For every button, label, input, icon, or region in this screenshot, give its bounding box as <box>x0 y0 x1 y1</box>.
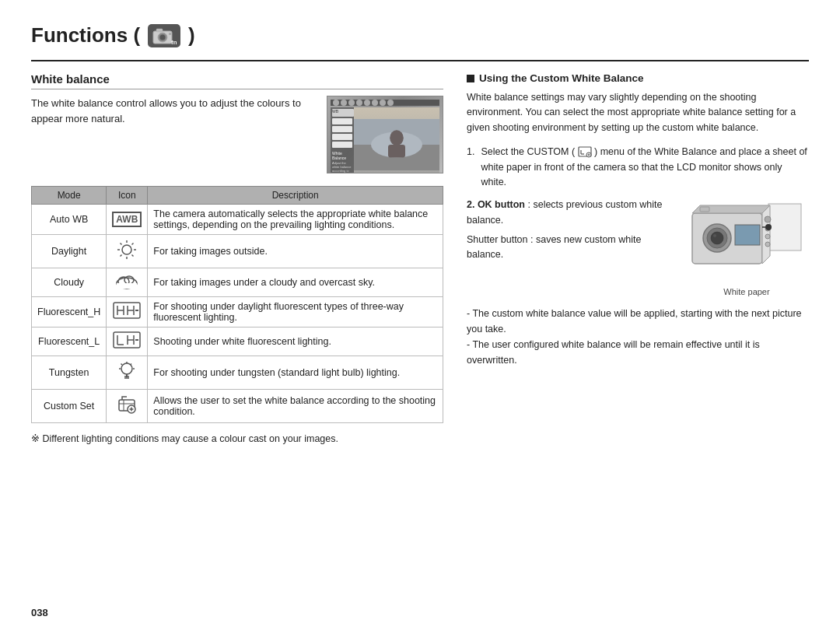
svg-point-74 <box>765 224 772 230</box>
camera-illustration: White paper <box>684 198 809 296</box>
step-1: 1. Select the CUSTOM ( ) menu of the Whi… <box>467 145 809 190</box>
icon-cell-awb: AWB <box>107 205 148 235</box>
table-row: Auto WB AWB The camera automatically sel… <box>32 205 443 235</box>
intro-row: The white balance control allows you to … <box>31 96 443 173</box>
svg-point-71 <box>765 234 770 239</box>
svg-point-66 <box>711 232 723 244</box>
svg-line-18 <box>132 243 134 245</box>
bullet-list: - The custom white balance value will be… <box>467 306 809 368</box>
svg-line-47 <box>131 364 132 366</box>
col-header-icon: Icon <box>107 187 148 205</box>
mode-cell: Fluorescent_H <box>32 297 107 328</box>
svg-rect-23 <box>117 283 137 289</box>
white-balance-table: Mode Icon Description Auto WB AWB The ca… <box>31 186 443 423</box>
step-1-content: Select the CUSTOM ( ) menu of the White … <box>481 145 809 190</box>
svg-point-72 <box>765 242 770 247</box>
table-row: Fluorescent_L <box>32 328 443 356</box>
icon-cell-tungsten <box>107 356 148 390</box>
icon-cell-daylight <box>107 235 148 268</box>
svg-rect-4 <box>169 33 171 35</box>
desc-cell: Shooting under white fluorescent lightin… <box>148 328 443 356</box>
desc-cell: For shooting under daylight fluorescent … <box>148 297 443 328</box>
col-header-desc: Description <box>148 187 443 205</box>
intro-text: The white balance control allows you to … <box>31 96 316 126</box>
table-row: Daylight <box>32 235 443 268</box>
mode-cell: Cloudy <box>32 268 107 297</box>
camera-3d-svg <box>684 198 809 283</box>
table-row: Cloudy For taking images under a cloudy … <box>32 268 443 297</box>
mode-cell: Fluorescent_L <box>32 328 107 356</box>
page: Functions ( fn ) White balance The white… <box>0 0 840 634</box>
left-column: White balance The white balance control … <box>31 72 443 618</box>
custom-menu-icon <box>578 146 592 159</box>
mode-cell: Custom Set <box>32 390 107 423</box>
right-column: Using the Custom White Balance White bal… <box>467 72 809 618</box>
svg-rect-68 <box>735 225 760 245</box>
svg-point-11 <box>122 245 131 254</box>
svg-rect-73 <box>700 207 709 212</box>
svg-line-17 <box>132 255 134 257</box>
title-divider <box>31 60 809 61</box>
section-title: White balance <box>31 72 443 89</box>
desc-cell: The camera automatically selects the app… <box>148 205 443 235</box>
icon-cell-custom <box>107 390 148 423</box>
note-text: ※ Different lighting conditions may caus… <box>31 433 443 444</box>
title-suffix: ) <box>188 23 195 47</box>
fluor-h-icon <box>113 302 141 319</box>
bullet-item-2: - The user configured white balance will… <box>467 337 809 368</box>
mode-cell: Auto WB <box>32 205 107 235</box>
svg-point-69 <box>765 216 771 222</box>
svg-text:fn: fn <box>171 39 177 44</box>
camera-screen-image: WB White Balance Adjust the white balanc… <box>327 96 443 173</box>
svg-line-46 <box>121 364 123 366</box>
icon-cell-fluor-l <box>107 328 148 356</box>
table-row: Fluorescent_H <box>32 297 443 328</box>
fluor-l-icon <box>113 331 141 349</box>
tungsten-icon <box>116 360 138 382</box>
mode-cell: Daylight <box>32 235 107 268</box>
camera-preview-svg <box>354 107 439 173</box>
page-number: 038 <box>31 599 443 618</box>
svg-point-9 <box>390 130 404 145</box>
desc-cell: For taking images outside. <box>148 235 443 268</box>
shutter-line: Shutter button : saves new custom white … <box>467 233 677 263</box>
cloud-icon <box>115 272 138 289</box>
desc-cell: Allows the user to set the white balance… <box>148 390 443 423</box>
svg-rect-3 <box>156 29 163 32</box>
screen-main-view <box>354 107 439 173</box>
mode-cell: Tungsten <box>32 356 107 390</box>
awb-icon: AWB <box>112 212 142 227</box>
icon-cell-fluor-h <box>107 297 148 328</box>
table-row: Tungsten <box>32 356 443 390</box>
svg-line-19 <box>121 255 122 257</box>
svg-point-2 <box>160 34 166 40</box>
title-text: Functions ( <box>31 23 140 47</box>
camera-icon: fn <box>152 27 177 44</box>
screen-top-bar <box>331 100 439 106</box>
step-2-text: 2. OK button : selects previous custom w… <box>467 198 677 268</box>
page-title: Functions ( fn ) <box>31 23 195 47</box>
step-2-row: 2. OK button : selects previous custom w… <box>467 198 809 296</box>
desc-cell: For shooting under tungsten (standard li… <box>148 356 443 390</box>
custom-wb-desc: White balance settings may vary slightly… <box>467 90 809 135</box>
svg-rect-60 <box>768 204 801 250</box>
screen-left-panel: WB White Balance Adjust the white balanc… <box>331 107 354 173</box>
svg-rect-10 <box>388 145 405 158</box>
custom-wb-title-text: Using the Custom White Balance <box>479 72 644 84</box>
step-2-ok-label: 2. OK button <box>467 199 525 210</box>
step-1-number: 1. <box>467 145 474 190</box>
svg-line-16 <box>121 243 122 245</box>
custom-icon <box>116 394 138 415</box>
sun-icon <box>116 239 138 261</box>
white-paper-label: White paper <box>684 287 809 296</box>
custom-wb-title: Using the Custom White Balance <box>467 72 809 84</box>
bullet-item-1: - The custom white balance value will be… <box>467 306 809 337</box>
icon-cell-cloudy <box>107 268 148 297</box>
bullet-square-icon <box>467 75 474 82</box>
desc-cell: For taking images under a cloudy and ove… <box>148 268 443 297</box>
table-row: Custom Set Al <box>32 390 443 423</box>
svg-point-67 <box>713 234 716 237</box>
col-header-mode: Mode <box>32 187 107 205</box>
title-icon: fn <box>148 24 180 47</box>
